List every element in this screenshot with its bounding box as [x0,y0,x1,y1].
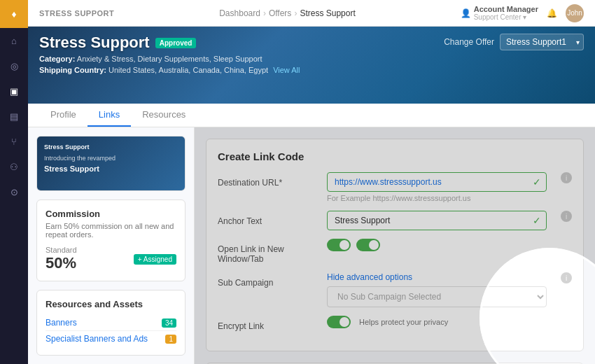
resource-item-banners: Banners 34 [46,315,176,331]
hero-title: Stress Support [39,34,150,52]
support-label: Account Manager [474,5,538,13]
sub-campaign-select[interactable]: No Sub Campaign Selected [327,286,547,307]
destination-url-input[interactable] [327,172,547,192]
resource-count-specialist: 1 [165,335,176,344]
sidebar: ♦ ⌂ ◎ ▣ ▤ ⑂ ⚇ ⊙ [0,0,28,364]
commission-row: Standard 50% + Assigned [46,246,176,272]
change-offer-label: Change Offer [444,37,494,47]
encrypt-hint: Helps protect your privacy [359,318,448,326]
destination-url-hint: For Example https://www.stresssupport.us [327,194,547,202]
sub-campaign-row: Sub Campaign Hide advanced options No Su… [218,272,572,307]
sidebar-item-chart[interactable]: ▤ [0,104,28,129]
tab-profile[interactable]: Profile [39,104,88,127]
view-all-link[interactable]: View All [273,66,300,74]
anchor-text-input[interactable] [327,211,547,230]
resource-count-banners: 34 [162,318,176,328]
content-area: Stress Support Introducing the revamped … [28,127,595,364]
support-sub[interactable]: Support Center ▾ [474,13,538,21]
tab-links[interactable]: Links [88,104,131,127]
advanced-link[interactable]: Hide advanced options [327,272,412,282]
anchor-check-icon: ✓ [533,215,541,226]
topbar-right: 👤 Account Manager Support Center ▾ 🔔 Joh… [461,4,584,22]
anchor-text-label: Anchor Text [218,211,316,226]
destination-url-row: Destination URL* ✓ For Example https://w… [218,172,572,202]
breadcrumb-offers[interactable]: Offers [269,8,291,18]
anchor-text-row: Anchor Text ✓ i [218,211,572,230]
commission-box: Commission Earn 50% commission on all ne… [36,200,186,281]
breadcrumb-sep2: › [294,8,297,18]
hero-category: Category: Anxiety & Stress, Dietary Supp… [39,55,584,63]
bell-icon[interactable]: 🔔 [547,8,557,18]
open-new-window-row: Open Link in New Window/Tab [218,239,572,264]
breadcrumb-current: Stress Support [300,8,355,18]
encrypt-field: Helps protect your privacy [327,316,572,328]
anchor-text-field: ✓ [327,211,547,230]
product-preview: Stress Support Introducing the revamped … [36,136,186,191]
support-icon: 👤 [461,8,471,18]
preview-intro: Introducing the revamped [44,155,178,162]
resource-link-specialist[interactable]: Specialist Banners and Ads [46,334,148,344]
avatar[interactable]: John [566,4,584,22]
tabs-bar: Profile Links Resources [28,104,595,127]
commission-type: Standard 50% [46,246,77,272]
toggle-row [327,239,572,251]
open-new-window-field [327,239,572,251]
open-window-toggle[interactable] [327,239,351,251]
encrypt-toggle-row: Helps protect your privacy [327,316,572,328]
anchor-text-info-icon[interactable]: i [561,211,572,222]
encrypt-row: Encrypt Link Helps protect your privacy [218,316,572,331]
sub-campaign-wrapper: No Sub Campaign Selected [327,286,547,307]
sidebar-item-headset[interactable]: ⊙ [0,179,28,204]
left-panel: Stress Support Introducing the revamped … [28,127,195,364]
open-window-toggle2[interactable] [356,239,380,251]
tab-resources[interactable]: Resources [131,104,197,127]
sub-campaign-info-icon[interactable]: i [561,272,572,284]
advanced-row: Hide advanced options [327,272,547,282]
check-icon: ✓ [533,176,541,188]
resource-link-banners[interactable]: Banners [46,318,77,328]
change-offer-select[interactable]: Stress Support1 [500,34,584,50]
encrypt-label: Encrypt Link [218,316,316,331]
commission-subtitle: Earn 50% commission on all new and repea… [46,222,176,239]
commission-title: Commission [46,209,176,219]
destination-url-wrapper: ✓ [327,172,547,192]
encrypt-toggle[interactable] [327,316,351,328]
breadcrumb: Dashboard › Offers › Stress Support [219,8,356,18]
approved-badge: Approved [155,38,197,48]
breadcrumb-dashboard[interactable]: Dashboard [219,8,260,18]
sidebar-item-circle[interactable]: ◎ [0,53,28,78]
preview-title: Stress Support [44,164,178,173]
destination-url-field: ✓ For Example https://www.stresssupport.… [327,172,547,202]
support-info: 👤 Account Manager Support Center ▾ [461,5,538,21]
anchor-text-wrapper: ✓ [327,211,547,230]
hero-shipping: Shipping Country: United States, Austral… [39,66,584,74]
sub-campaign-field: Hide advanced options No Sub Campaign Se… [327,272,547,307]
destination-url-label: Destination URL* [218,172,316,188]
create-link-title: Create Link Code [218,150,572,162]
topbar: STRESS SUPPORT Dashboard › Offers › Stre… [28,0,595,27]
resources-title: Resources and Assets [46,299,176,309]
change-offer-wrapper: Stress Support1 ▾ [500,34,584,50]
commission-value: 50% [46,254,77,272]
destination-url-info-icon[interactable]: i [561,172,572,183]
page-title: STRESS SUPPORT [39,9,114,18]
open-new-window-label: Open Link in New Window/Tab [218,239,316,264]
sidebar-item-home[interactable]: ⌂ [0,28,28,53]
resources-box: Resources and Assets Banners 34 Speciali… [36,290,186,356]
hero-banner: Stress Support Approved Category: Anxiet… [28,27,595,104]
preview-top: Stress Support Introducing the revamped … [37,136,185,191]
assigned-badge: + Assigned [134,254,176,265]
preview-brand: Stress Support [44,144,178,150]
sub-campaign-label: Sub Campaign [218,272,316,288]
right-panel: Create Link Code Destination URL* ✓ For … [195,127,595,364]
breadcrumb-sep1: › [263,8,266,18]
sidebar-item-user[interactable]: ⚇ [0,154,28,179]
main-content: STRESS SUPPORT Dashboard › Offers › Stre… [28,0,595,364]
sidebar-item-card[interactable]: ▣ [0,78,28,104]
create-link-card: Create Link Code Destination URL* ✓ For … [206,139,584,351]
sidebar-item-share[interactable]: ⑂ [0,129,28,154]
resource-item-specialist: Specialist Banners and Ads 1 [46,331,176,346]
hero-top-right: Change Offer Stress Support1 ▾ [444,34,584,50]
sidebar-logo[interactable]: ♦ [0,0,28,28]
